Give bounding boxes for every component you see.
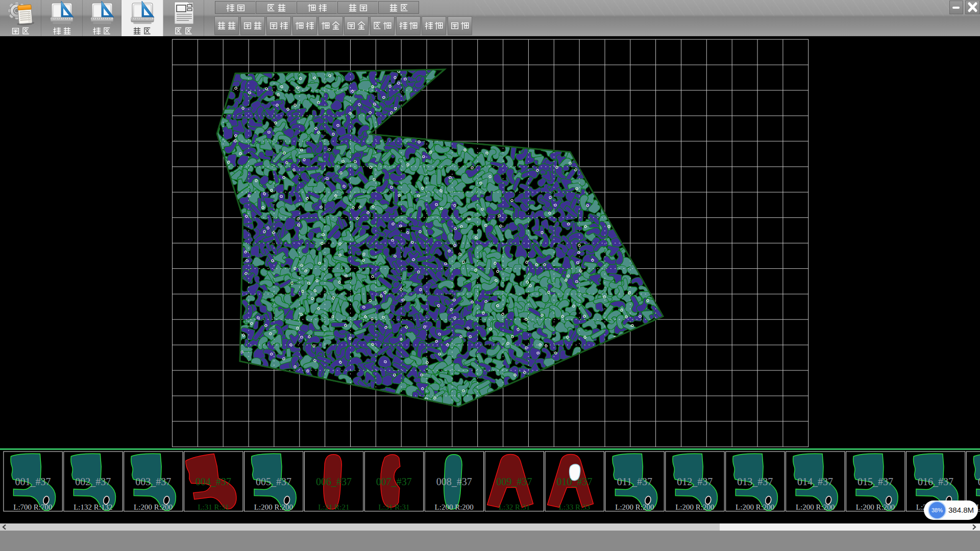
svg-text:L:200 R:200: L:200 R:200 [254, 503, 293, 511]
svg-text:384.8M: 384.8M [948, 506, 974, 514]
svg-text:003_#37: 003_#37 [135, 476, 171, 487]
svg-text:004_#37: 004_#37 [195, 476, 231, 487]
svg-text:013_#37: 013_#37 [737, 476, 773, 487]
svg-text:009_#37: 009_#37 [497, 476, 532, 487]
svg-text:L:132 R:132: L:132 R:132 [74, 503, 112, 511]
svg-text:005_#37: 005_#37 [256, 476, 291, 487]
svg-text:007_#37: 007_#37 [376, 476, 412, 487]
svg-text:008_#37: 008_#37 [436, 476, 472, 487]
svg-text:L:200 R:200: L:200 R:200 [856, 503, 895, 511]
svg-text:012_#37: 012_#37 [677, 476, 713, 487]
svg-text:010_#37: 010_#37 [557, 476, 593, 487]
svg-text:L:200 R:200: L:200 R:200 [134, 503, 173, 511]
svg-text:38%: 38% [932, 507, 943, 513]
svg-text:016_#37: 016_#37 [918, 476, 953, 487]
svg-text:L:200 R:200: L:200 R:200 [736, 503, 774, 511]
svg-text:L:200 R:200: L:200 R:200 [435, 503, 474, 511]
svg-text:L:200 R:200: L:200 R:200 [796, 503, 835, 511]
svg-text:L:700 R:700: L:700 R:700 [13, 503, 52, 511]
svg-text:L:32 R:31: L:32 R:31 [499, 503, 530, 511]
svg-text:015_#37: 015_#37 [857, 476, 893, 487]
svg-text:001_#37: 001_#37 [15, 476, 51, 487]
svg-text:L:31 R:31: L:31 R:31 [198, 503, 229, 511]
svg-text:L:21 R:21: L:21 R:21 [318, 503, 349, 511]
svg-text:006_#37: 006_#37 [316, 476, 352, 487]
svg-text:014_#37: 014_#37 [797, 476, 833, 487]
svg-text:002_#37: 002_#37 [75, 476, 111, 487]
svg-text:L:31 R:31: L:31 R:31 [378, 503, 409, 511]
svg-text:L:33 R:33: L:33 R:33 [559, 503, 590, 511]
svg-text:017_#37: 017_#37 [978, 476, 980, 487]
svg-text:L:200 R:200: L:200 R:200 [675, 503, 714, 511]
svg-text:L:200 R:200: L:200 R:200 [615, 503, 654, 511]
svg-text:011_#37: 011_#37 [617, 476, 652, 487]
